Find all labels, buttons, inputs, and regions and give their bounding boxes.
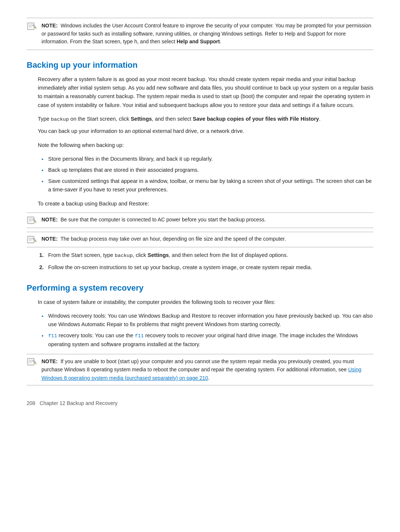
note-icon-2 bbox=[27, 236, 39, 244]
save-backup-bold: Save backup copies of your files with Fi… bbox=[193, 116, 319, 122]
note2-label: NOTE: bbox=[41, 236, 58, 242]
list-item: 1. From the Start screen, type backup, c… bbox=[48, 251, 373, 260]
section2-heading: Performing a system recovery bbox=[27, 283, 373, 293]
list-item-f11: f11 recovery tools: You can use the f11 … bbox=[48, 331, 373, 349]
section1-heading: Backing up your information bbox=[27, 60, 373, 70]
section2-note-pre: If you are unable to boot (start up) you… bbox=[41, 358, 354, 372]
note2-content: NOTE: The backup process may take over a… bbox=[41, 235, 286, 243]
section1-para3: Note the following when backing up: bbox=[38, 141, 373, 150]
svg-rect-12 bbox=[27, 236, 34, 243]
section2-note-block: NOTE: If you are unable to boot (start u… bbox=[27, 354, 373, 385]
note-icon-1 bbox=[27, 217, 39, 225]
section1-para4: To create a backup using Backup and Rest… bbox=[38, 200, 373, 208]
backup-code-2: backup bbox=[115, 253, 133, 258]
f11-code-label: f11 bbox=[48, 333, 57, 339]
section2-intro: In case of system failure or instability… bbox=[38, 298, 373, 307]
note2-text: The backup process may take over an hour… bbox=[60, 236, 286, 242]
section2-note-label: NOTE: bbox=[41, 358, 58, 364]
top-note-end-punct: . bbox=[220, 39, 221, 44]
note-block-1: NOTE: Be sure that the computer is conne… bbox=[27, 213, 373, 228]
section1-numbered-list: 1. From the Start screen, type backup, c… bbox=[48, 251, 373, 272]
top-note-block: NOTE: Windows includes the User Account … bbox=[27, 18, 373, 50]
svg-rect-6 bbox=[27, 217, 34, 224]
settings-bold-2: Settings bbox=[148, 252, 169, 258]
section1-bullet-list: Store personal files in the Documents li… bbox=[48, 155, 373, 194]
f11-code-inline: f11 bbox=[135, 333, 144, 339]
svg-rect-0 bbox=[27, 23, 34, 30]
list-item: Save customized settings that appear in … bbox=[48, 177, 373, 194]
section1-para2: You can back up your information to an o… bbox=[38, 127, 373, 135]
section1-para1: Recovery after a system failure is as go… bbox=[38, 75, 373, 110]
note1-text: Be sure that the computer is connected t… bbox=[60, 217, 266, 222]
section2-bullet-list: Windows recovery tools: You can use Wind… bbox=[48, 312, 373, 349]
note1-label: NOTE: bbox=[41, 217, 58, 222]
section2-note-end: . bbox=[208, 375, 210, 381]
note-icon-3 bbox=[27, 358, 39, 366]
top-note-bold-end: Help and Support bbox=[177, 39, 220, 44]
settings-bold-1: Settings bbox=[131, 116, 152, 122]
page-footer: 208 Chapter 12 Backup and Recovery bbox=[27, 400, 373, 406]
footer-page-num: 208 bbox=[27, 400, 35, 406]
note1-content: NOTE: Be sure that the computer is conne… bbox=[41, 216, 266, 224]
section2-note-content: NOTE: If you are unable to boot (start u… bbox=[41, 357, 373, 382]
note-icon-top bbox=[27, 23, 39, 31]
top-note-content: NOTE: Windows includes the User Account … bbox=[41, 22, 373, 46]
list-item: Windows recovery tools: You can use Wind… bbox=[48, 312, 373, 329]
list-item: Back up templates that are stored in the… bbox=[48, 166, 373, 174]
footer-chapter: Chapter 12 Backup and Recovery bbox=[40, 400, 117, 406]
list-item: 2. Follow the on-screen instructions to … bbox=[48, 263, 373, 272]
note-block-2: NOTE: The backup process may take over a… bbox=[27, 232, 373, 247]
backup-code-1: backup bbox=[51, 117, 69, 122]
section1-instruction1: Type backup on the Start screen, click S… bbox=[38, 115, 373, 124]
svg-rect-18 bbox=[27, 358, 34, 365]
top-note-label: NOTE: bbox=[41, 23, 58, 29]
list-item: Store personal files in the Documents li… bbox=[48, 155, 373, 163]
